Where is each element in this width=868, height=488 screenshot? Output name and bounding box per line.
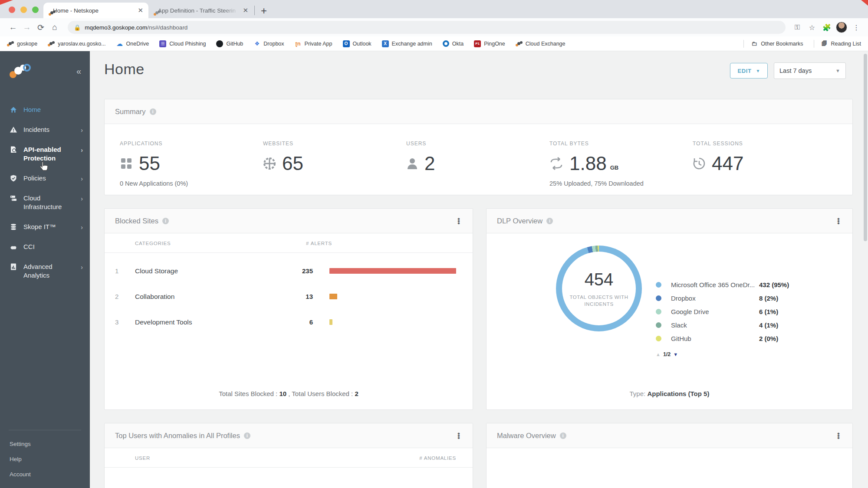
close-tab-icon[interactable]: ✕: [138, 7, 143, 14]
bookmark-github[interactable]: GitHub: [216, 40, 243, 47]
malware-overview-panel: Malware Overviewi •••: [486, 423, 853, 488]
bookmark-exchange-admin[interactable]: X Exchange admin: [382, 40, 432, 47]
panel-menu-icon[interactable]: •••: [455, 432, 462, 439]
tab-home-netskope[interactable]: Home - Netskope ✕: [43, 3, 148, 18]
github-icon: [216, 40, 223, 47]
chevron-right-icon: ›: [81, 146, 83, 154]
scrollbar-thumb[interactable]: [864, 54, 867, 241]
bookmark-cloud-phishing[interactable]: ☰ Cloud Phishing: [159, 40, 206, 47]
exchange-icon: X: [382, 40, 389, 47]
alert-bar: [329, 268, 456, 274]
sidebar-item-cloud-infrastructure[interactable]: Cloud Infrastructure ›: [0, 188, 90, 217]
edit-button[interactable]: EDIT ▼: [730, 63, 768, 79]
sidebar-item-advanced-analytics[interactable]: Advanced Analytics ›: [0, 257, 90, 285]
sidebar-item-incidents[interactable]: Incidents ›: [0, 120, 90, 140]
home-button[interactable]: ⌂: [48, 20, 62, 34]
maximize-window-button[interactable]: [32, 7, 39, 13]
database-icon: [10, 223, 17, 231]
chevron-down-icon: ▼: [835, 68, 840, 73]
legend-item[interactable]: Google Drive 6 (1%): [656, 305, 834, 318]
cloud-icon: [10, 243, 17, 251]
extensions-puzzle-icon[interactable]: 🧩: [821, 23, 832, 32]
dlp-total-value: 454: [585, 270, 614, 289]
bookmark-cloud-exchange[interactable]: Cloud Exchange: [516, 40, 566, 47]
legend-dot: [656, 309, 661, 314]
bookmark-private-app[interactable]: ʈn Private App: [295, 40, 332, 47]
sidebar-item-skope-it[interactable]: Skope IT™ ›: [0, 217, 90, 237]
panel-menu-icon[interactable]: •••: [835, 432, 842, 439]
table-row[interactable]: 3 Development Tools 6: [105, 309, 473, 335]
stat-websites: WEBSITES 65: [263, 141, 406, 187]
netskope-logo: [9, 62, 31, 80]
chevron-right-icon: ›: [81, 223, 83, 232]
chevron-right-icon: ›: [81, 194, 83, 203]
minimize-window-button[interactable]: [20, 7, 27, 13]
bookmark-pingone[interactable]: P1 PingOne: [474, 40, 505, 47]
legend-page-down-icon[interactable]: ▼: [673, 352, 678, 357]
summary-panel-title: Summaryi: [115, 108, 156, 116]
netskope-dashboard-screen: Home - Netskope ✕ App Definition - Traff…: [0, 0, 868, 488]
info-icon[interactable]: i: [162, 218, 169, 224]
table-row[interactable]: 2 Collaboration 13: [105, 284, 473, 309]
other-bookmarks-button[interactable]: 🗀 Other Bookmarks: [751, 40, 803, 47]
legend-item[interactable]: Slack 4 (1%): [656, 318, 834, 332]
legend-page-up-icon[interactable]: ▲: [656, 352, 661, 357]
bookmark-star-icon[interactable]: ☆: [806, 23, 818, 32]
forward-button[interactable]: →: [20, 20, 34, 34]
lock-icon: 🔒: [74, 24, 81, 31]
browser-menu-icon[interactable]: ⋮: [851, 23, 862, 32]
sidebar-collapse-icon[interactable]: «: [76, 66, 81, 76]
legend-item[interactable]: Microsoft Office 365 OneDr... 432 (95%): [656, 278, 834, 291]
transfer-arrows-icon: [549, 157, 563, 170]
legend-dot: [656, 282, 661, 288]
blocked-sites-title: Blocked Sitesi: [115, 217, 169, 225]
new-tab-button[interactable]: +: [261, 6, 267, 16]
close-window-button[interactable]: [9, 7, 15, 13]
legend-item[interactable]: Dropbox 8 (2%): [656, 291, 834, 305]
profile-avatar[interactable]: [836, 22, 847, 33]
page-scrollbar[interactable]: [863, 51, 867, 488]
tab-strip: Home - Netskope ✕ App Definition - Traff…: [0, 0, 868, 18]
main-content: Home EDIT ▼ Last 7 days ▼ Summaryi: [90, 51, 868, 488]
panel-menu-icon[interactable]: •••: [455, 218, 462, 224]
app-grid-icon: [120, 157, 133, 170]
legend-item[interactable]: GitHub 2 (0%): [656, 332, 834, 345]
back-button[interactable]: ←: [6, 20, 20, 34]
bookmark-dropbox[interactable]: ❖ Dropbox: [253, 40, 284, 47]
dlp-legend: Microsoft Office 365 OneDr... 432 (95%) …: [656, 278, 834, 357]
bookmark-outlook[interactable]: O Outlook: [343, 40, 372, 47]
date-range-select[interactable]: Last 7 days ▼: [774, 62, 846, 79]
browser-toolbar: ← → ⟳ ⌂ 🔒 mqdemo3.goskope.com/ns#/dashbo…: [0, 18, 868, 36]
bookmark-okta[interactable]: Okta: [443, 40, 464, 47]
sidebar-item-cci[interactable]: CCI: [0, 237, 90, 257]
bookmark-yaroslav[interactable]: yaroslav.eu.gosko...: [48, 40, 105, 47]
tab-app-definition[interactable]: App Definition - Traffic Steerin ✕: [148, 3, 253, 18]
stat-users: USERS 2: [406, 141, 549, 187]
close-tab-icon[interactable]: ✕: [243, 7, 248, 14]
chevron-right-icon: ›: [81, 263, 83, 272]
password-key-icon[interactable]: ⚿: [792, 23, 803, 31]
bookmarks-bar: goskope yaroslav.eu.gosko... ☁ OneDrive …: [0, 36, 868, 51]
bookmark-goskope[interactable]: goskope: [7, 40, 37, 47]
table-row[interactable]: 1 Cloud Storage 235: [105, 258, 473, 284]
mouse-cursor: [38, 160, 49, 173]
netskope-icon: [48, 40, 55, 47]
address-bar[interactable]: 🔒 mqdemo3.goskope.com/ns#/dashboard: [68, 21, 786, 34]
globe-icon: [263, 157, 276, 170]
reading-list-button[interactable]: 🗐 Reading List: [821, 40, 861, 47]
bookmark-onedrive[interactable]: ☁ OneDrive: [116, 40, 149, 47]
sidebar-item-home[interactable]: Home: [0, 100, 90, 120]
info-icon[interactable]: i: [560, 432, 566, 439]
window-controls: [9, 7, 39, 13]
info-icon[interactable]: i: [150, 108, 156, 115]
sidebar-item-help[interactable]: Help: [0, 452, 90, 467]
sidebar-item-settings[interactable]: Settings: [0, 436, 90, 452]
sidebar-item-account[interactable]: Account: [0, 467, 90, 482]
reload-button[interactable]: ⟳: [34, 20, 48, 34]
pingone-icon: P1: [474, 40, 481, 47]
alert-bar: [329, 319, 332, 325]
info-icon[interactable]: i: [546, 218, 553, 224]
shield-check-icon: [10, 174, 17, 182]
info-icon[interactable]: i: [244, 432, 250, 439]
panel-menu-icon[interactable]: •••: [835, 218, 842, 224]
